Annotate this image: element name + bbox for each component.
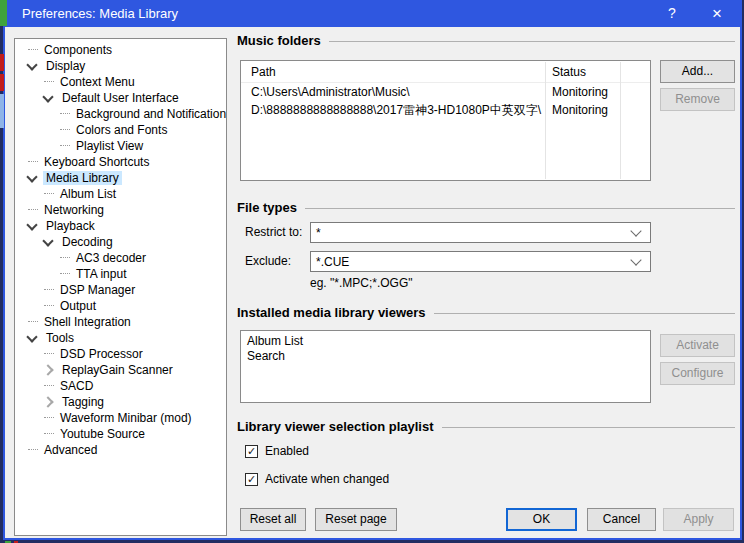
- add-button[interactable]: Add...: [660, 60, 735, 83]
- viewer-item[interactable]: Album List: [241, 334, 650, 349]
- enabled-label: Enabled: [265, 444, 309, 458]
- table-header: Path Status: [241, 61, 650, 83]
- chevron-right-icon[interactable]: [42, 364, 53, 375]
- tree-connector: [44, 289, 54, 291]
- music-folders-table[interactable]: Path Status C:\Users\Administrator\Music…: [240, 60, 651, 181]
- remove-button[interactable]: Remove: [660, 88, 735, 111]
- tree-item-display[interactable]: Display: [15, 58, 226, 74]
- tree-item-networking[interactable]: Networking: [15, 202, 226, 218]
- tree-item-playback[interactable]: Playback: [15, 218, 226, 234]
- configure-button[interactable]: Configure: [660, 362, 735, 385]
- group-divider: [305, 208, 735, 209]
- chevron-right-icon[interactable]: [42, 396, 53, 407]
- tree-item-label: Shell Integration: [41, 315, 134, 329]
- tree-item-output[interactable]: Output: [15, 298, 226, 314]
- chevron-down-icon[interactable]: [26, 59, 37, 70]
- tree-item-sacd[interactable]: SACD: [15, 378, 226, 394]
- tree-item-playlist-view[interactable]: Playlist View: [15, 138, 226, 154]
- activate-button[interactable]: Activate: [660, 334, 735, 357]
- column-header-status[interactable]: Status: [545, 65, 586, 79]
- tree-item-components[interactable]: Components: [15, 42, 226, 58]
- preferences-tree[interactable]: ComponentsDisplayContext MenuDefault Use…: [14, 38, 227, 536]
- chevron-down-icon: [630, 225, 641, 236]
- tree-item-context-menu[interactable]: Context Menu: [15, 74, 226, 90]
- tree-item-decoding[interactable]: Decoding: [15, 234, 226, 250]
- tree-item-label: Youtube Source: [57, 427, 148, 441]
- background-app-sliver: [0, 54, 4, 71]
- restrict-to-value: *: [311, 226, 632, 240]
- tree-connector: [44, 433, 54, 435]
- cancel-button[interactable]: Cancel: [587, 508, 656, 531]
- tree-item-waveform-minibar-mod[interactable]: Waveform Minibar (mod): [15, 410, 226, 426]
- folder-row[interactable]: D:\8888888888888888\2017雷神3-HD1080P中英双字\…: [241, 101, 650, 119]
- tree-connector: [44, 353, 54, 355]
- tree-item-tools[interactable]: Tools: [15, 330, 226, 346]
- reset-page-button[interactable]: Reset page: [315, 508, 397, 531]
- tree-item-dsp-manager[interactable]: DSP Manager: [15, 282, 226, 298]
- tree-connector: [60, 273, 70, 275]
- tree-connector: [44, 193, 54, 195]
- tree-item-label: Waveform Minibar (mod): [57, 411, 195, 425]
- activate-when-changed-label: Activate when changed: [265, 472, 389, 486]
- chevron-down-icon[interactable]: [42, 91, 53, 102]
- tree-item-advanced[interactable]: Advanced: [15, 442, 226, 458]
- tree-connector: [60, 257, 70, 259]
- tree-item-label: Album List: [57, 187, 119, 201]
- activate-when-changed-checkbox-row: ✓ Activate when changed: [245, 472, 389, 486]
- viewer-item[interactable]: Search: [241, 349, 650, 364]
- tree-connector: [28, 49, 38, 51]
- help-button[interactable]: ?: [655, 0, 689, 27]
- tree-item-ac3-decoder[interactable]: AC3 decoder: [15, 250, 226, 266]
- ok-button[interactable]: OK: [506, 508, 577, 531]
- tree-item-label: Tagging: [59, 395, 107, 409]
- tree-item-label: TTA input: [73, 267, 129, 281]
- background-app-sliver: [0, 0, 7, 26]
- tree-item-label: Playback: [43, 219, 98, 233]
- tree-item-youtube-source[interactable]: Youtube Source: [15, 426, 226, 442]
- tree-connector: [60, 145, 70, 147]
- tree-item-replaygain-scanner[interactable]: ReplayGain Scanner: [15, 362, 226, 378]
- exclude-combobox[interactable]: *.CUE: [310, 251, 651, 272]
- group-title: Music folders: [237, 33, 321, 48]
- tree-item-background-and-notifications[interactable]: Background and Notifications: [15, 106, 226, 122]
- chevron-down-icon[interactable]: [26, 331, 37, 342]
- close-button[interactable]: ×: [700, 0, 734, 27]
- tree-item-keyboard-shortcuts[interactable]: Keyboard Shortcuts: [15, 154, 226, 170]
- tree-connector: [60, 113, 70, 115]
- folder-row[interactable]: C:\Users\Administrator\Music\Monitoring: [241, 83, 650, 101]
- tree-connector: [28, 321, 38, 323]
- tree-item-label: SACD: [57, 379, 96, 393]
- chevron-down-icon[interactable]: [26, 219, 37, 230]
- tree-item-label: Playlist View: [73, 139, 146, 153]
- tree-connector: [60, 129, 70, 131]
- restrict-to-combobox[interactable]: *: [310, 222, 651, 243]
- tree-item-tta-input[interactable]: TTA input: [15, 266, 226, 282]
- tree-item-colors-and-fonts[interactable]: Colors and Fonts: [15, 122, 226, 138]
- tree-item-album-list[interactable]: Album List: [15, 186, 226, 202]
- tree-item-label: Context Menu: [57, 75, 138, 89]
- tree-connector: [44, 385, 54, 387]
- background-app-sliver: [0, 74, 4, 91]
- tree-item-default-user-interface[interactable]: Default User Interface: [15, 90, 226, 106]
- chevron-down-icon[interactable]: [26, 171, 37, 182]
- tree-connector: [44, 417, 54, 419]
- exclude-label: Exclude:: [245, 251, 291, 272]
- titlebar[interactable]: Preferences: Media Library ? ×: [3, 0, 742, 27]
- window-title: Preferences: Media Library: [22, 0, 178, 27]
- activate-when-changed-checkbox[interactable]: ✓: [245, 473, 258, 486]
- reset-all-button[interactable]: Reset all: [240, 508, 306, 531]
- tree-item-label: Tools: [43, 331, 77, 345]
- tree-item-dsd-processor[interactable]: DSD Processor: [15, 346, 226, 362]
- apply-button[interactable]: Apply: [663, 508, 734, 531]
- column-header-path[interactable]: Path: [241, 65, 545, 79]
- group-title: Library viewer selection playlist: [237, 419, 434, 434]
- viewers-list[interactable]: Album ListSearch: [240, 330, 651, 403]
- enabled-checkbox[interactable]: ✓: [245, 445, 258, 458]
- chevron-down-icon[interactable]: [42, 235, 53, 246]
- tree-connector: [44, 305, 54, 307]
- tree-connector: [28, 209, 38, 211]
- tree-item-media-library[interactable]: Media Library: [15, 170, 226, 186]
- tree-item-tagging[interactable]: Tagging: [15, 394, 226, 410]
- tree-item-label: Media Library: [43, 171, 122, 185]
- tree-item-shell-integration[interactable]: Shell Integration: [15, 314, 226, 330]
